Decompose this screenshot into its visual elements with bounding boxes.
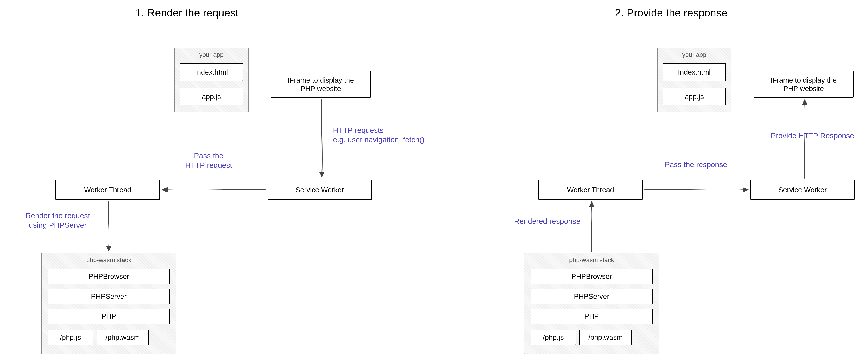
annotation-http-requests: HTTP requests e.g. user navigation, fetc… [333, 125, 448, 144]
svg-marker-1 [161, 187, 167, 192]
annotation-provide-response: Provide HTTP Response [766, 131, 859, 140]
annotation-pass-response: Pass the response [657, 160, 735, 169]
phpwasm-box-left: /php.wasm [97, 330, 149, 345]
iframe-box-left: IFrame to display the PHP website [271, 71, 371, 98]
wasm-group-title-left: php-wasm stack [41, 257, 176, 264]
worker-thread-box-right: Worker Thread [538, 180, 643, 200]
phpjs-box-left: /php.js [48, 330, 93, 345]
annotation-pass-request: Pass the HTTP request [175, 151, 242, 170]
phpbrowser-box-right: PHPBrowser [531, 268, 653, 284]
svg-marker-5 [802, 99, 807, 105]
phpjs-box-right: /php.js [531, 330, 576, 345]
iframe-label-left: IFrame to display the PHP website [288, 76, 354, 93]
phpwasm-label-left: /php.wasm [105, 333, 140, 341]
service-worker-box-left: Service Worker [268, 180, 372, 200]
app-js-box-right: app.js [663, 88, 726, 105]
svg-marker-0 [319, 172, 324, 177]
heading-render-request: 1. Render the request [135, 7, 239, 19]
phpserver-label-right: PHPServer [574, 292, 609, 300]
phpwasm-box-right: /php.wasm [580, 330, 631, 345]
phpbrowser-box-left: PHPBrowser [48, 268, 170, 284]
svg-marker-3 [589, 201, 594, 207]
annotation-render-request: Render the request using PHPServer [13, 211, 102, 230]
phpjs-label-left: /php.js [60, 333, 81, 341]
phpserver-box-left: PHPServer [48, 289, 170, 304]
php-box-left: PHP [48, 308, 170, 324]
phpjs-label-right: /php.js [543, 333, 564, 341]
php-label-left: PHP [101, 312, 116, 321]
annotation-rendered-response: Rendered response [508, 217, 586, 226]
svg-marker-2 [106, 246, 112, 252]
service-worker-box-right: Service Worker [750, 180, 855, 200]
app-js-label-right: app.js [685, 92, 704, 101]
phpbrowser-label-left: PHPBrowser [88, 272, 129, 281]
worker-thread-box-left: Worker Thread [56, 180, 160, 200]
phpwasm-label-right: /php.wasm [588, 333, 623, 341]
service-worker-label-left: Service Worker [296, 186, 344, 194]
iframe-box-right: IFrame to display the PHP website [754, 71, 854, 98]
service-worker-label-right: Service Worker [778, 186, 827, 194]
wasm-group-title-right: php-wasm stack [524, 257, 659, 264]
phpserver-label-left: PHPServer [91, 292, 127, 300]
arrow-workerthread-to-wasm-left [102, 200, 116, 253]
arrow-wasm-to-workerthread-right [585, 200, 598, 253]
app-group-title-left: your app [175, 51, 248, 58]
index-html-box-right: Index.html [663, 63, 726, 81]
app-js-label-left: app.js [202, 92, 221, 101]
php-box-right: PHP [531, 308, 653, 324]
phpbrowser-label-right: PHPBrowser [571, 272, 612, 281]
phpserver-box-right: PHPServer [531, 289, 653, 304]
index-html-label-right: Index.html [678, 68, 711, 76]
worker-thread-label-right: Worker Thread [567, 186, 614, 194]
app-js-box-left: app.js [180, 88, 243, 105]
svg-marker-4 [743, 187, 749, 192]
php-label-right: PHP [584, 312, 599, 321]
app-group-title-right: your app [657, 51, 731, 58]
index-html-box-left: Index.html [180, 63, 243, 81]
arrow-serviceworker-to-workerthread-left [160, 184, 268, 198]
iframe-label-right: IFrame to display the PHP website [771, 76, 837, 93]
arrow-workerthread-to-serviceworker-right [643, 184, 750, 198]
heading-provide-response: 2. Provide the response [615, 7, 727, 19]
index-html-label-left: Index.html [195, 68, 228, 76]
worker-thread-label-left: Worker Thread [84, 186, 131, 194]
arrow-iframe-to-serviceworker-left [315, 98, 329, 180]
